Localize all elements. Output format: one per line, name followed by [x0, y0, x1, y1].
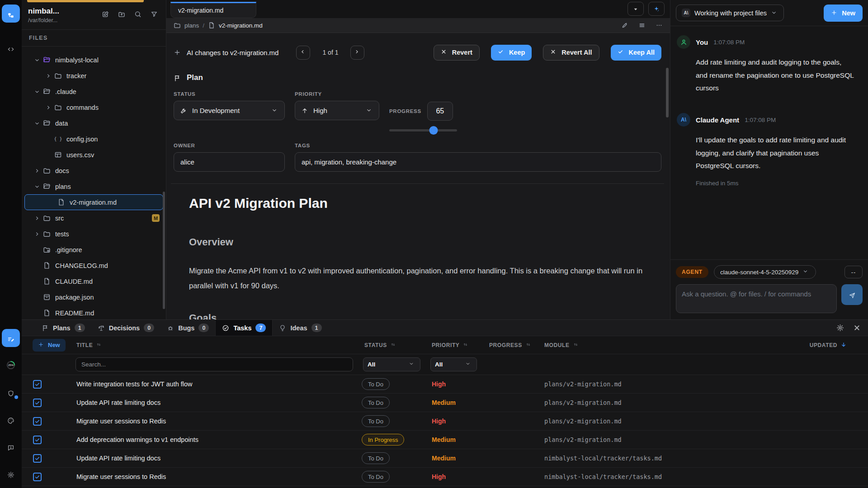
chevron-right-icon [34, 215, 43, 221]
tab-bugs[interactable]: Bugs 0 [160, 320, 215, 336]
status-select[interactable]: In Development [174, 101, 285, 120]
model-select[interactable]: claude-sonnet-4-5-20250929 [714, 265, 816, 279]
editor-scrollbar[interactable] [666, 68, 669, 117]
tree-item-label: data [55, 120, 68, 127]
new-file-button[interactable] [102, 10, 109, 17]
feedback-button[interactable] [2, 437, 20, 455]
tree-item[interactable]: nimbalyst-local [22, 52, 166, 68]
progress-ring-button[interactable]: 25% [2, 356, 20, 374]
tab-decisions[interactable]: Decisions 0 [91, 320, 161, 336]
new-task-button[interactable]: New [33, 339, 66, 352]
task-search-input[interactable] [75, 357, 353, 371]
priority-filter-select[interactable]: All [430, 357, 477, 371]
tree-item[interactable]: docs [22, 163, 166, 178]
chevron-down-icon [34, 120, 43, 127]
progress-value-box[interactable]: 65 [427, 102, 453, 121]
task-checkbox[interactable] [33, 417, 42, 426]
task-row[interactable]: Update API rate limiting docs To Do Medi… [22, 394, 868, 412]
prev-change-button[interactable] [296, 46, 310, 60]
breadcrumb-folder[interactable]: plans [184, 22, 199, 29]
agent-mode-badge[interactable]: AGENT [676, 266, 708, 278]
rail-bottom-stack: 25% [2, 329, 20, 483]
tree-item[interactable]: { } config.json [22, 131, 166, 147]
tree-item[interactable]: tests [22, 226, 166, 242]
ai-sparkles-button[interactable] [648, 2, 665, 16]
column-status[interactable]: STATUS [362, 342, 429, 349]
tree-item[interactable]: package.json [22, 289, 166, 305]
tree-item[interactable]: .gitignore [22, 242, 166, 258]
task-row[interactable]: Write integration tests for JWT auth flo… [22, 375, 868, 394]
app-logo-icon[interactable] [2, 5, 20, 23]
filter-files-button[interactable] [151, 10, 158, 17]
slider-thumb[interactable] [429, 126, 438, 135]
panel-settings-icon[interactable] [836, 324, 844, 332]
breadcrumb-separator: / [203, 22, 204, 29]
tree-item[interactable]: plans [22, 178, 166, 194]
code-view-button[interactable] [2, 39, 20, 57]
panel-close-icon[interactable] [853, 324, 861, 332]
task-row[interactable]: Add deprecation warnings to v1 endpoints… [22, 431, 868, 449]
tab-count-badge: 1 [311, 324, 322, 332]
tree-item[interactable]: src M [22, 210, 166, 226]
task-checkbox[interactable] [33, 380, 42, 389]
task-checkbox[interactable] [33, 436, 42, 444]
tree-item[interactable]: tracker [22, 68, 166, 84]
column-updated[interactable]: UPDATED [791, 342, 868, 349]
chat-input[interactable] [676, 284, 837, 313]
tree-item[interactable]: .claude [22, 84, 166, 99]
task-row[interactable]: Migrate user sessions to Redis To Do Hig… [22, 412, 868, 431]
status-filter-select[interactable]: All [363, 357, 420, 371]
revert-all-button[interactable]: Revert All [543, 45, 599, 61]
owner-input[interactable] [174, 152, 285, 172]
send-button[interactable] [841, 284, 863, 305]
menu-icon[interactable] [638, 22, 646, 29]
next-change-button[interactable] [350, 46, 364, 60]
task-row[interactable]: Update API rate limiting docs To Do Medi… [22, 449, 868, 468]
task-title: Add deprecation warnings to v1 endpoints [74, 436, 362, 443]
tab-list-dropdown-button[interactable] [627, 2, 644, 16]
task-module: plans/v2-migration.md [539, 436, 791, 443]
file-icon [57, 198, 70, 206]
keep-button[interactable]: Keep [491, 45, 532, 61]
task-module: plans/v2-migration.md [539, 418, 791, 425]
ai-edit-icon[interactable] [621, 22, 628, 29]
sidebar-scrollbar[interactable] [163, 192, 165, 309]
document-title: API v2 Migration Plan [189, 196, 646, 211]
column-module[interactable]: MODULE [539, 342, 791, 349]
task-checkbox[interactable] [33, 454, 42, 463]
task-checkbox[interactable] [33, 473, 42, 481]
tab-ideas[interactable]: Ideas 1 [273, 320, 328, 336]
progress-slider[interactable] [389, 126, 457, 135]
priority-select[interactable]: High [295, 101, 379, 120]
tags-input[interactable] [295, 152, 661, 172]
column-progress[interactable]: PROGRESS [486, 342, 539, 349]
column-priority[interactable]: PRIORITY [429, 342, 486, 349]
search-files-button[interactable] [134, 10, 142, 17]
tree-item[interactable]: users.csv [22, 147, 166, 163]
tree-item[interactable]: commands [22, 99, 166, 115]
theme-button[interactable] [2, 410, 20, 428]
tree-item[interactable]: CHANGELOG.md [22, 258, 166, 273]
column-title[interactable]: TITLE [74, 342, 362, 349]
revert-button[interactable]: Revert [434, 45, 480, 61]
task-checkbox[interactable] [33, 399, 42, 407]
breadcrumb-file[interactable]: v2-migration.md [219, 22, 263, 29]
security-button[interactable] [2, 383, 20, 401]
new-chat-button[interactable]: New [824, 5, 863, 22]
context-dropdown[interactable]: A\ Working with project files [676, 5, 784, 21]
keep-all-button[interactable]: Keep All [611, 45, 661, 61]
tree-item[interactable]: README.md [22, 305, 166, 319]
chevron-down-icon [802, 268, 810, 276]
tab-plans[interactable]: Plans 1 [35, 320, 91, 336]
tree-item[interactable]: v2-migration.md [24, 194, 163, 210]
more-options-icon[interactable] [656, 22, 663, 29]
task-row[interactable]: Migrate user sessions to Redis To Do Hig… [22, 468, 868, 486]
settings-button[interactable] [2, 465, 20, 483]
tree-item[interactable]: CLAUDE.md [22, 273, 166, 289]
new-folder-button[interactable] [118, 10, 125, 17]
tab-tasks[interactable]: Tasks 7 [215, 320, 273, 336]
composer-overflow-button[interactable]: -- [844, 266, 863, 278]
tree-item[interactable]: data [22, 115, 166, 131]
tracker-compose-button[interactable] [2, 329, 20, 347]
tab-v2-migration[interactable]: v2-migration.md [170, 2, 256, 18]
